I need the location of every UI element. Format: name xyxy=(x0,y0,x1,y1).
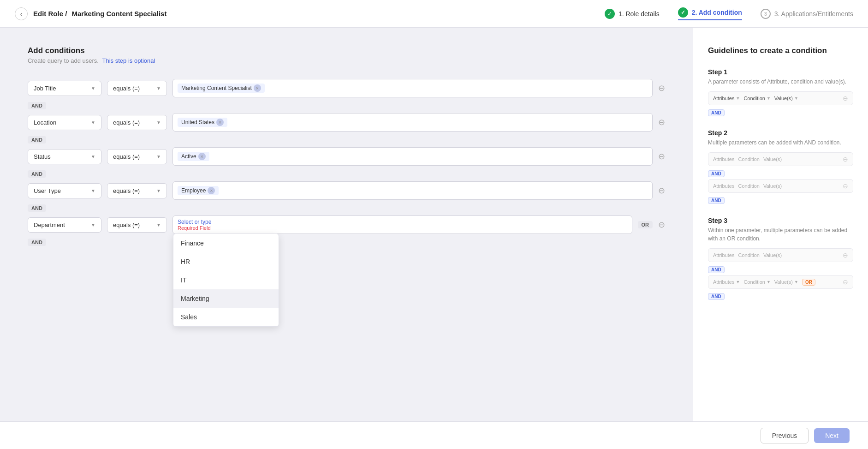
usertype-remove-button[interactable]: ⊖ xyxy=(658,186,665,195)
guide-step3-title: Step 3 xyxy=(708,217,853,224)
breadcrumb-prefix: Edit Role / xyxy=(33,10,67,18)
section-sub-prefix: Create query to add users. xyxy=(28,57,99,64)
location-attr-chevron: ▼ xyxy=(91,120,95,125)
status-value-area[interactable]: Active × xyxy=(172,147,653,166)
jobtitle-value-area[interactable]: Marketing Content Specialist × xyxy=(172,79,653,97)
header-left: ‹ Edit Role / Marketing Content Speciali… xyxy=(15,7,166,20)
guide-step2-and2: AND xyxy=(708,196,853,204)
guide-step3-val1: Value(s) xyxy=(763,252,782,258)
guide-step3-attr2: Attributes ▼ xyxy=(713,279,740,285)
guide-step3-attr1: Attributes xyxy=(713,252,734,258)
usertype-attr-chevron: ▼ xyxy=(91,188,95,193)
status-cond-chevron: ▼ xyxy=(156,154,161,159)
jobtitle-remove-button[interactable]: ⊖ xyxy=(658,84,665,92)
usertype-value-area[interactable]: Employee × xyxy=(172,181,653,200)
status-cond-select[interactable]: equals (=) ▼ xyxy=(107,149,167,164)
dept-attr-label: Department xyxy=(34,222,65,228)
footer: Previous Next xyxy=(0,421,868,449)
jobtitle-tag-remove[interactable]: × xyxy=(254,84,261,92)
guide-step2: Step 2 Multiple parameters can be added … xyxy=(708,129,853,204)
guide-step2-row1: Attributes Condition Value(s) ⊖ xyxy=(708,152,853,166)
next-button[interactable]: Next xyxy=(814,428,850,443)
status-remove-button[interactable]: ⊖ xyxy=(658,152,665,161)
dept-cond-select[interactable]: equals (=) ▼ xyxy=(107,217,167,233)
guide-step1-val: Value(s) ▼ xyxy=(774,96,798,101)
usertype-attr-label: User Type xyxy=(34,187,61,194)
usertype-attr-select[interactable]: User Type ▼ xyxy=(28,183,101,198)
breadcrumb: Edit Role / Marketing Content Specialist xyxy=(33,10,166,18)
guide-and-badge-4: AND xyxy=(708,266,725,273)
location-tag-remove[interactable]: × xyxy=(216,119,224,126)
guide-step2-remove2: ⊖ xyxy=(843,182,848,190)
jobtitle-cond-select[interactable]: equals (=) ▼ xyxy=(107,81,167,96)
guide-step2-attr2: Attributes xyxy=(713,183,734,189)
location-attr-select[interactable]: Location ▼ xyxy=(28,115,101,130)
dept-value-area[interactable]: Select or type Required Field Finance HR… xyxy=(172,216,632,234)
step-role-details[interactable]: ✓ 1. Role details xyxy=(605,9,660,19)
previous-button[interactable]: Previous xyxy=(761,428,809,443)
guide-step2-remove1: ⊖ xyxy=(843,156,848,163)
usertype-cond-select[interactable]: equals (=) ▼ xyxy=(107,183,167,198)
location-tag-label: United States xyxy=(181,119,214,126)
dept-attr-select[interactable]: Department ▼ xyxy=(28,217,101,233)
guide-step3-remove1: ⊖ xyxy=(843,251,848,259)
guide-and-badge-3: AND xyxy=(708,197,725,204)
guide-and-badge-1: AND xyxy=(708,109,725,116)
guide-step3-row2: Attributes ▼ Condition ▼ Value(s) ▼ OR ⊖ xyxy=(708,275,853,289)
right-panel: Guidelines to create a condition Step 1 … xyxy=(693,28,868,449)
dropdown-item-finance[interactable]: Finance xyxy=(173,234,279,252)
jobtitle-cond-label: equals (=) xyxy=(113,85,140,92)
condition-row-usertype: User Type ▼ equals (=) ▼ Employee × ⊖ xyxy=(28,181,665,200)
status-attr-label: Status xyxy=(34,153,51,160)
usertype-cond-chevron: ▼ xyxy=(156,188,161,193)
jobtitle-attr-select[interactable]: Job Title ▼ xyxy=(28,81,101,96)
jobtitle-attr-label: Job Title xyxy=(34,85,56,92)
status-attr-select[interactable]: Status ▼ xyxy=(28,149,101,164)
dropdown-item-sales[interactable]: Sales xyxy=(173,308,279,326)
guide-step3-desc: Within one parameter, multiple parameter… xyxy=(708,226,853,243)
guide-step2-val1: Value(s) xyxy=(763,156,782,162)
dept-placeholder: Select or type xyxy=(178,219,627,225)
guide-step3: Step 3 Within one parameter, multiple pa… xyxy=(708,217,853,300)
usertype-tag: Employee × xyxy=(178,186,219,195)
guide-step3-cond1: Condition xyxy=(738,252,759,258)
step1-label: 1. Role details xyxy=(618,10,660,18)
step2-label: 2. Add condition xyxy=(692,9,742,16)
guide-step2-attr1: Attributes xyxy=(713,156,734,162)
guide-step2-val2: Value(s) xyxy=(763,183,782,189)
dept-required: Required Field xyxy=(178,225,627,231)
step3-label: 3. Applications/Entitlements xyxy=(774,10,853,18)
location-tag: United States × xyxy=(178,118,227,127)
condition-row-jobtitle: Job Title ▼ equals (=) ▼ Marketing Conte… xyxy=(28,79,665,97)
guide-step3-and1: AND xyxy=(708,265,853,273)
dept-remove-button[interactable]: ⊖ xyxy=(658,221,665,229)
location-remove-button[interactable]: ⊖ xyxy=(658,118,665,126)
usertype-tag-remove[interactable]: × xyxy=(208,187,215,194)
guide-step1-title: Step 1 xyxy=(708,68,853,76)
step-add-condition[interactable]: ✓ 2. Add condition xyxy=(678,7,742,20)
status-tag-remove[interactable]: × xyxy=(198,153,206,160)
location-cond-select[interactable]: equals (=) ▼ xyxy=(107,115,167,130)
usertype-tag-label: Employee xyxy=(181,187,206,194)
and-badge-5: AND xyxy=(28,239,46,246)
guide-step3-row1: Attributes Condition Value(s) ⊖ xyxy=(708,248,853,262)
dropdown-item-it[interactable]: IT xyxy=(173,271,279,289)
step3-circle-icon: 3 xyxy=(761,9,771,19)
and-badge-4: AND xyxy=(28,204,46,212)
guide-step1: Step 1 A parameter consists of Attribute… xyxy=(708,68,853,116)
dropdown-item-marketing[interactable]: Marketing xyxy=(173,289,279,308)
guide-step3-cond2: Condition ▼ xyxy=(743,279,770,285)
back-button[interactable]: ‹ xyxy=(15,7,28,20)
location-cond-chevron: ▼ xyxy=(156,120,161,125)
header: ‹ Edit Role / Marketing Content Speciali… xyxy=(0,0,868,28)
dept-cond-chevron: ▼ xyxy=(156,222,161,227)
guide-step2-title: Step 2 xyxy=(708,129,853,137)
dropdown-item-hr[interactable]: HR xyxy=(173,252,279,271)
step-applications[interactable]: 3 3. Applications/Entitlements xyxy=(761,9,853,19)
dept-attr-chevron: ▼ xyxy=(91,222,95,227)
guide-step1-desc: A parameter consists of Attribute, condi… xyxy=(708,78,853,86)
left-panel: Add conditions Create query to add users… xyxy=(0,28,693,449)
breadcrumb-title: Marketing Content Specialist xyxy=(72,10,167,18)
location-value-area[interactable]: United States × xyxy=(172,113,653,132)
guide-or-badge: OR xyxy=(802,279,815,286)
